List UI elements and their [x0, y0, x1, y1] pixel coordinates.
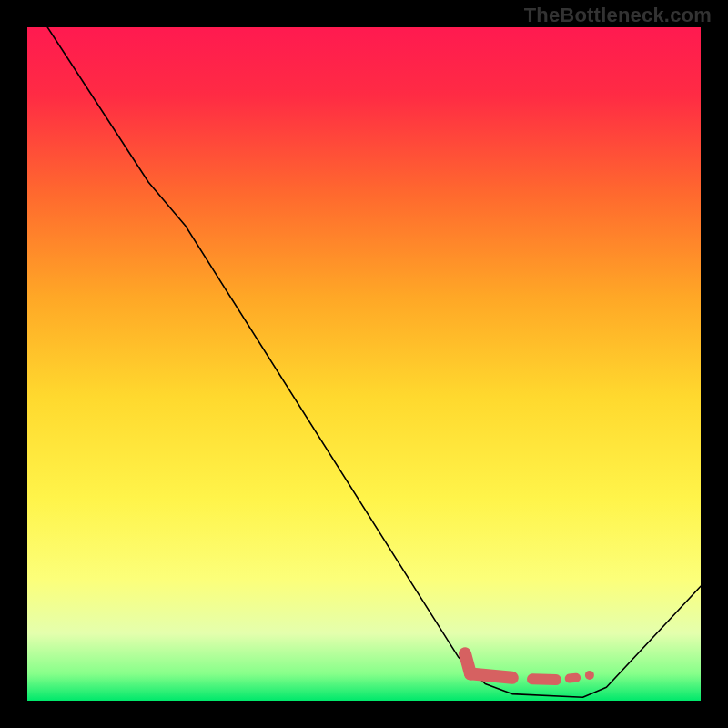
plot-area [27, 27, 701, 701]
marker-segment [470, 673, 512, 677]
marker-segment [570, 678, 576, 679]
chart-container: TheBottleneck.com [0, 0, 728, 728]
watermark-text: TheBottleneck.com [524, 4, 712, 27]
gradient-bg [27, 27, 701, 701]
chart-svg [27, 27, 701, 701]
marker-segment [532, 679, 556, 680]
marker-dot [585, 671, 594, 680]
